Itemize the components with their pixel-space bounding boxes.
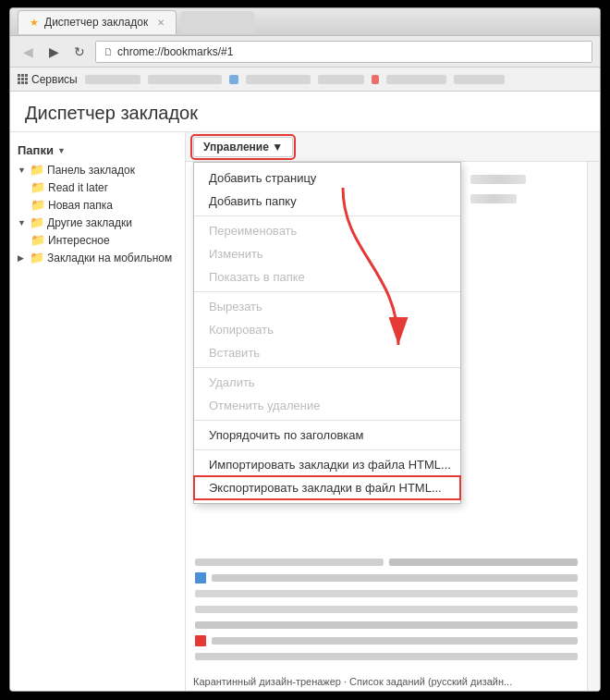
bookmarks-bar-item-2[interactable] xyxy=(148,75,222,84)
address-text: chrome://bookmarks/#1 xyxy=(117,45,233,58)
active-tab[interactable]: ★ Диспетчер закладок ✕ xyxy=(18,10,177,34)
menu-divider-5 xyxy=(194,449,460,450)
folder-icon-mobile: 📁 xyxy=(30,251,44,264)
other-children: 📁 Интересное xyxy=(10,231,185,249)
content-line-3 xyxy=(195,588,578,599)
content-line-1 xyxy=(195,557,578,568)
bookmarks-bar-item-1[interactable] xyxy=(85,75,140,84)
menu-item-show-folder: Показать в папке xyxy=(194,265,460,289)
bottom-content-area xyxy=(186,551,587,672)
grid-icon xyxy=(18,74,29,85)
bookmarks-bar-item-4[interactable] xyxy=(246,75,311,84)
nav-bar: ◀ ▶ ↻ 🗋 chrome://bookmarks/#1 xyxy=(10,36,600,68)
folders-arrow-icon: ▼ xyxy=(57,146,66,155)
menu-item-add-folder[interactable]: Добавить папку xyxy=(194,190,460,213)
panel-children: 📁 Read it later 📁 Новая папка xyxy=(10,178,185,214)
folder-icon-read-later: 📁 xyxy=(30,180,45,194)
menu-item-edit: Изменить xyxy=(194,242,460,265)
menu-item-import[interactable]: Импортировать закладки из файла HTML... xyxy=(194,453,460,476)
menu-divider-3 xyxy=(194,367,460,368)
tab-close-icon[interactable]: ✕ xyxy=(157,18,165,28)
mobile-label: Закладки на мобильном xyxy=(47,252,172,264)
status-text: Карантинный дизайн-тренажер · Список зад… xyxy=(193,676,512,687)
blue-dot xyxy=(195,572,206,583)
read-later-label: Read it later xyxy=(48,181,108,194)
page-title: Диспетчер закладок xyxy=(10,92,600,132)
interesting-label: Интересное xyxy=(48,234,110,247)
scrollbar[interactable] xyxy=(587,162,600,691)
folder-icon-new-folder: 📁 xyxy=(30,198,45,212)
sidebar-item-read-later[interactable]: 📁 Read it later xyxy=(27,178,185,196)
page-content: Диспетчер закладок Папки ▼ ▼ 📁 Панель за… xyxy=(10,92,600,691)
reload-button[interactable]: ↻ xyxy=(69,42,90,62)
menu-item-rename: Переименовать xyxy=(194,219,460,242)
panel-label: Панель закладок xyxy=(47,164,135,177)
content-line-2 xyxy=(195,572,578,583)
new-folder-label: Новая папка xyxy=(48,199,113,212)
menu-divider-1 xyxy=(194,215,460,216)
bookmarks-bar-item-7[interactable] xyxy=(386,75,446,84)
menu-item-export[interactable]: Экспортировать закладки в файл HTML... xyxy=(194,476,460,499)
bookmarks-bar-item-5[interactable] xyxy=(318,75,364,84)
folder-icon-panel: 📁 xyxy=(30,163,44,177)
manage-button[interactable]: Управление ▼ xyxy=(193,137,293,157)
menu-item-copy: Копировать xyxy=(194,318,460,341)
content-line-4 xyxy=(195,604,578,615)
back-button[interactable]: ◀ xyxy=(18,42,38,62)
menu-divider-2 xyxy=(194,291,460,292)
sidebar: Папки ▼ ▼ 📁 Панель закладок 📁 Read it la… xyxy=(10,132,186,691)
other-label: Другие закладки xyxy=(47,216,132,229)
menu-item-delete: Удалить xyxy=(194,371,460,394)
blur-line-2 xyxy=(470,194,517,203)
sidebar-item-mobile[interactable]: ▶ 📁 Закладки на мобильном xyxy=(10,249,185,266)
bookmarks-bar-item-8[interactable] xyxy=(454,75,505,84)
bookmarks-bar-item-6[interactable] xyxy=(372,75,379,84)
sidebar-item-other[interactable]: ▼ 📁 Другие закладки xyxy=(10,214,185,231)
status-bar: Карантинный дизайн-тренажер · Список зад… xyxy=(186,676,600,687)
bookmarks-bar: Сервисы xyxy=(10,68,600,92)
menu-item-undo-delete: Отменить удаление xyxy=(194,394,460,417)
folder-icon-other: 📁 xyxy=(30,215,44,229)
sidebar-item-interesting[interactable]: 📁 Интересное xyxy=(27,231,185,249)
sidebar-item-panel[interactable]: ▼ 📁 Панель закладок xyxy=(10,161,185,178)
sidebar-item-new-folder[interactable]: 📁 Новая папка xyxy=(27,196,185,214)
line-text-6 xyxy=(212,637,578,645)
tree-toggle-mobile: ▶ xyxy=(18,253,27,263)
menu-item-sort[interactable]: Упорядочить по заголовкам xyxy=(194,424,460,447)
folders-label: Папки xyxy=(18,143,54,157)
tree-toggle-other: ▼ xyxy=(18,218,27,227)
menu-item-cut: Вырезать xyxy=(194,295,460,318)
content-line-5 xyxy=(195,620,578,631)
line-text-2 xyxy=(212,574,578,582)
title-bar: ★ Диспетчер закладок ✕ xyxy=(10,8,600,36)
address-bar[interactable]: 🗋 chrome://bookmarks/#1 xyxy=(95,41,592,63)
main-area: Управление ▼ Добавить страницу Добавить … xyxy=(186,132,600,691)
address-lock-icon: 🗋 xyxy=(104,46,114,57)
folders-header[interactable]: Папки ▼ xyxy=(10,140,185,161)
bookmarks-bar-item-3[interactable] xyxy=(229,75,238,84)
content-line-6 xyxy=(195,635,578,646)
menu-divider-4 xyxy=(194,420,460,421)
page-body: Папки ▼ ▼ 📁 Панель закладок 📁 Read it la… xyxy=(10,132,600,691)
red-dot xyxy=(195,635,206,646)
browser-window: ★ Диспетчер закладок ✕ ◀ ▶ ↻ 🗋 chrome://… xyxy=(9,7,601,692)
content-line-7 xyxy=(195,651,578,662)
blur-line-1 xyxy=(470,175,526,184)
tab-label: Диспетчер закладок xyxy=(44,16,148,29)
main-toolbar: Управление ▼ xyxy=(186,132,600,162)
forward-button[interactable]: ▶ xyxy=(43,42,64,62)
menu-item-paste: Вставить xyxy=(194,341,460,364)
services-item[interactable]: Сервисы xyxy=(18,73,78,86)
menu-item-add-page[interactable]: Добавить страницу xyxy=(194,166,460,190)
services-label: Сервисы xyxy=(31,73,78,86)
dropdown-menu: Добавить страницу Добавить папку Переиме… xyxy=(193,162,461,504)
folder-icon-interesting: 📁 xyxy=(30,233,45,247)
tree-toggle-panel: ▼ xyxy=(18,166,27,175)
tab-star-icon: ★ xyxy=(30,17,39,29)
new-tab-placeholder[interactable] xyxy=(180,11,254,33)
